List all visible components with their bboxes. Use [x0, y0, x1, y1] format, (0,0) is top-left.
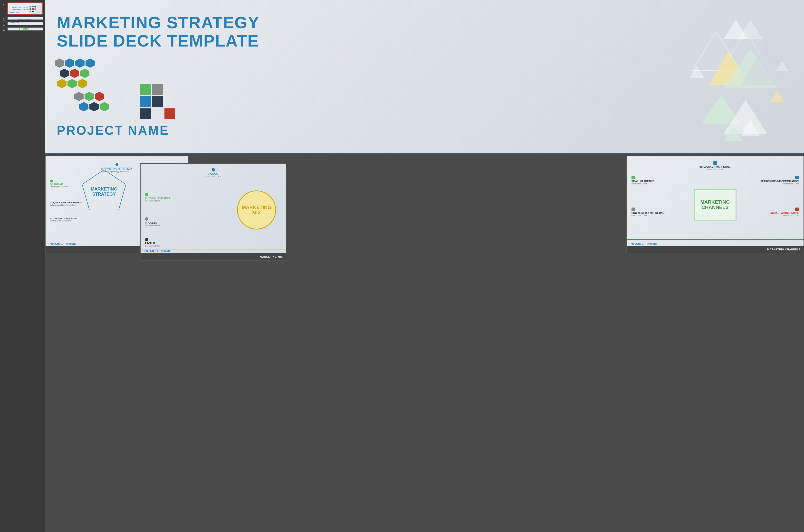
- triangle-svg: [672, 17, 799, 153]
- bbc-sub: Buying cycle description...: [50, 220, 77, 222]
- uvp-sub: Value proposition description...: [50, 204, 82, 206]
- physical-evidence-dot: [145, 193, 148, 196]
- thumb1-dots: [30, 6, 38, 13]
- slide-thumb-2[interactable]: 2 MARKETING STRATEGYMarketing strategy d…: [7, 17, 43, 20]
- influencer-title: INFLUENCER MARKETING: [699, 165, 731, 168]
- seo-title: SEARCH ENGINE OPTIMIZATION: [760, 180, 799, 183]
- influencer-sub: Description | Cost: [699, 168, 731, 170]
- branding-dot: [50, 179, 53, 183]
- main-slide: MARKETING STRATEGY SLIDE DECK TEMPLATE: [45, 0, 804, 153]
- center-panel-project-name: PROJECT NAME: [144, 249, 171, 253]
- process-title: PROCESS: [145, 222, 160, 224]
- people-sub: Description | Cost: [145, 245, 160, 247]
- center-panel-footer-text: MARKETING MIX: [260, 255, 283, 258]
- slide-number-1: 1: [3, 3, 5, 7]
- slide-number-3: 3: [3, 23, 5, 26]
- pentagon-label-line1: MARKETING: [91, 187, 117, 192]
- main-slide-title: MARKETING STRATEGY SLIDE DECK TEMPLATE: [57, 13, 260, 50]
- email-item: EMAIL MARKETING Description | Cost: [632, 176, 654, 185]
- digital-item: DIGITAL PARTNERSHIPS Description | Cost: [770, 208, 799, 216]
- right-panel-green-line: [627, 239, 804, 240]
- thumb1-bottom: PROJECT NAME: [10, 12, 19, 13]
- mm-circle-text: MARKETING MIX: [242, 205, 271, 215]
- uvp-title: UNIQUE VALUE PROPOSITION: [50, 202, 82, 204]
- slide-number-4: 4: [3, 28, 5, 32]
- mc-center-text: MARKETING CHANNELS: [700, 199, 730, 210]
- svg-marker-11: [770, 90, 785, 102]
- influencer-item: INFLUENCER MARKETING Description | Cost: [699, 161, 731, 170]
- mc-label-line1: MARKETING: [700, 199, 730, 205]
- email-sub: Description | Cost: [632, 183, 654, 185]
- right-panel-project-name: PROJECT NAME: [630, 242, 658, 246]
- mc-center-box: MARKETING CHANNELS: [694, 189, 736, 221]
- svg-marker-10: [690, 66, 704, 78]
- physical-evidence-title: PHYSICAL EVIDENCE: [145, 197, 170, 200]
- uvp-section: UNIQUE VALUE PROPOSITION Value propositi…: [50, 202, 82, 206]
- triangle-cluster: [672, 17, 799, 153]
- slide-thumb-4[interactable]: 4 MARKETINGCHANNELS EMAIL MARKETINGDesc|…: [7, 27, 43, 31]
- title-line1: MARKETING STRATEGY: [57, 13, 260, 32]
- mc-label-line2: CHANNELS: [700, 205, 730, 210]
- physical-evidence-item: PHYSICAL EVIDENCE Description | Cost: [145, 193, 170, 202]
- digital-dot: [795, 208, 799, 211]
- process-dot: [145, 217, 148, 221]
- influencer-dot: [713, 161, 717, 165]
- center-panel-footer: MARKETING MIX: [141, 253, 286, 260]
- slide-panel: 1 MARKETING STRATEGYSLIDE DECK TEMPLATE …: [0, 0, 45, 532]
- slide-thumb-3[interactable]: 3 MARKETINGMIX PRODUCTDesc|Cost PHYSICAL…: [7, 22, 43, 25]
- pentagon-container: MARKETING STRATEGY: [77, 167, 131, 216]
- email-dot: [632, 176, 635, 179]
- digital-title: DIGITAL PARTNERSHIPS: [770, 212, 799, 214]
- process-sub: Description | Cost: [145, 224, 160, 226]
- seo-dot: [795, 176, 799, 179]
- mm-label-line1: MARKETING: [242, 205, 271, 210]
- people-title: PEOPLE: [145, 242, 160, 245]
- right-panel-footer-text: MARKETING CHANNELS: [767, 248, 801, 251]
- product-dot: [211, 168, 215, 171]
- slide-thumb-1[interactable]: 1 MARKETING STRATEGYSLIDE DECK TEMPLATE …: [7, 2, 43, 15]
- social-item: SOCIAL MEDIA MARKETING Description | Cos…: [632, 208, 665, 216]
- branding-section: BRANDING Branding description...: [50, 179, 70, 188]
- social-dot: [632, 208, 635, 211]
- bbc-section: BUYER'S BUYING CYCLE Buying cycle descri…: [50, 217, 77, 222]
- hex-cluster-left: [55, 58, 109, 111]
- email-title: EMAIL MARKETING: [632, 180, 654, 183]
- branding-sub: Branding description...: [50, 186, 70, 188]
- people-item: PEOPLE Description | Cost: [145, 238, 160, 247]
- slide-number-2: 2: [3, 18, 5, 21]
- people-dot: [145, 238, 148, 241]
- bbc-title: BUYER'S BUYING CYCLE: [50, 217, 77, 220]
- main-area: MARKETING STRATEGY SLIDE DECK TEMPLATE: [45, 0, 804, 532]
- panel-right: MARKETING CHANNELS INFLUENCER MARKETING …: [626, 156, 804, 253]
- seo-item: SEARCH ENGINE OPTIMIZATION Description |…: [760, 176, 799, 185]
- pentagon-label: MARKETING STRATEGY: [91, 187, 117, 197]
- social-title: SOCIAL MEDIA MARKETING: [632, 212, 665, 214]
- square-pattern: [140, 84, 175, 119]
- product-item: PRODUCT Description | Cost: [206, 168, 221, 177]
- bottom-panels-container: MARKETING STRATEGY Marketing strategy de…: [45, 156, 804, 258]
- main-slide-project: PROJECT NAME: [57, 123, 169, 138]
- physical-evidence-sub: Description | Cost: [145, 200, 170, 202]
- pentagon-label-line2: STRATEGY: [91, 192, 117, 197]
- main-slide-bottom-border: [45, 153, 804, 153]
- right-panel-footer: MARKETING CHANNELS: [627, 246, 804, 253]
- title-line2: SLIDE DECK TEMPLATE: [57, 32, 260, 50]
- thumb1-title: MARKETING STRATEGYSLIDE DECK TEMPLATE: [13, 7, 30, 10]
- ms-dot-top: [115, 163, 118, 166]
- digital-sub: Description | Cost: [770, 214, 799, 216]
- branding-title: BRANDING: [50, 183, 70, 186]
- social-sub: Description | Cost: [632, 214, 665, 216]
- mm-circle: MARKETING MIX: [237, 190, 276, 229]
- seo-sub: Description | Cost: [760, 183, 799, 185]
- product-sub: Description | Cost: [206, 175, 221, 177]
- process-item: PROCESS Description | Cost: [145, 217, 160, 226]
- left-panel-project-name: PROJECT NAME: [49, 242, 76, 246]
- mm-label-line2: MIX: [242, 210, 271, 215]
- product-title: PRODUCT: [206, 172, 221, 175]
- panel-center: PRODUCT Description | Cost PHYSICAL EVID…: [140, 163, 286, 261]
